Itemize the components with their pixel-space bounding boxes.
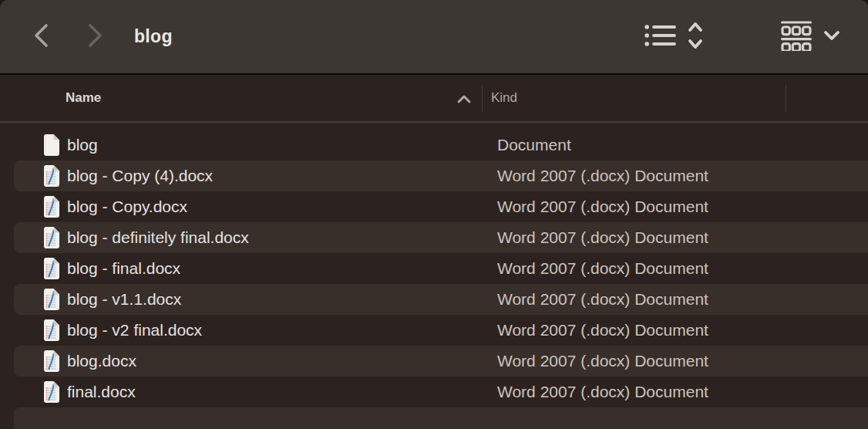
file-row[interactable]: final.docx Word 2007 (.docx) Document bbox=[14, 377, 868, 407]
file-name: blog - final.docx bbox=[67, 259, 180, 278]
file-name: blog.docx bbox=[67, 352, 136, 370]
file-kind: Word 2007 (.docx) Document bbox=[497, 284, 708, 315]
group-by-control[interactable] bbox=[781, 0, 841, 73]
chevron-down-icon bbox=[823, 29, 841, 45]
column-divider[interactable] bbox=[786, 85, 786, 112]
file-row[interactable]: blog Document bbox=[14, 130, 868, 160]
word-document-icon bbox=[42, 288, 60, 311]
up-down-stepper-icon bbox=[686, 21, 705, 53]
back-button[interactable] bbox=[32, 0, 50, 73]
file-kind: Document bbox=[497, 130, 571, 160]
file-row[interactable]: blog - definitely final.docx Word 2007 (… bbox=[14, 222, 868, 253]
word-document-icon bbox=[42, 350, 60, 373]
column-divider[interactable] bbox=[482, 85, 483, 112]
file-row[interactable]: blog - v1.1.docx Word 2007 (.docx) Docum… bbox=[14, 284, 868, 315]
file-list: blog Document blog - Copy (4).d bbox=[0, 123, 868, 429]
file-name: blog - definitely final.docx bbox=[67, 228, 249, 247]
file-kind: Word 2007 (.docx) Document bbox=[497, 222, 708, 253]
group-view-icon bbox=[781, 20, 812, 54]
forward-button[interactable] bbox=[86, 0, 104, 73]
file-kind: Word 2007 (.docx) Document bbox=[497, 160, 708, 191]
file-kind: Word 2007 (.docx) Document bbox=[497, 191, 708, 222]
word-document-icon bbox=[42, 164, 60, 187]
file-name: blog - v1.1.docx bbox=[67, 290, 181, 309]
file-row[interactable]: blog.docx Word 2007 (.docx) Document bbox=[14, 346, 868, 377]
toolbar: blog bbox=[0, 0, 868, 73]
chevron-left-icon bbox=[32, 22, 50, 52]
chevron-right-icon bbox=[86, 22, 104, 52]
word-document-icon bbox=[42, 257, 60, 280]
file-row[interactable]: blog - Copy (4).docx Word 2007 (.docx) D… bbox=[14, 160, 868, 191]
column-header-kind[interactable]: Kind bbox=[491, 75, 517, 121]
file-name: blog bbox=[67, 136, 98, 154]
word-document-icon bbox=[42, 319, 60, 342]
file-name: blog - v2 final.docx bbox=[67, 321, 202, 339]
view-mode-control[interactable] bbox=[644, 0, 705, 73]
file-kind: Word 2007 (.docx) Document bbox=[497, 315, 708, 346]
column-headers: Name Kind bbox=[0, 75, 868, 121]
file-row[interactable]: blog - Copy.docx Word 2007 (.docx) Docum… bbox=[14, 191, 868, 222]
finder-window: blog bbox=[0, 0, 868, 429]
window-title: blog bbox=[134, 0, 173, 73]
list-view-icon bbox=[644, 23, 677, 51]
file-row[interactable]: blog - final.docx Word 2007 (.docx) Docu… bbox=[14, 253, 868, 284]
file-kind: Word 2007 (.docx) Document bbox=[497, 346, 708, 377]
file-row[interactable]: blog - v2 final.docx Word 2007 (.docx) D… bbox=[14, 315, 868, 346]
sort-ascending-icon bbox=[456, 93, 472, 107]
file-kind: Word 2007 (.docx) Document bbox=[497, 377, 708, 407]
file-name: blog - Copy (4).docx bbox=[67, 167, 213, 185]
file-name: blog - Copy.docx bbox=[67, 198, 187, 216]
word-document-icon bbox=[42, 226, 60, 249]
word-document-icon bbox=[42, 380, 60, 404]
column-header-name[interactable]: Name bbox=[66, 75, 101, 121]
trailing-stripe bbox=[14, 407, 868, 429]
word-document-icon bbox=[42, 195, 60, 218]
file-kind: Word 2007 (.docx) Document bbox=[497, 253, 708, 284]
file-name: final.docx bbox=[67, 383, 136, 401]
plain-document-icon bbox=[42, 133, 60, 157]
